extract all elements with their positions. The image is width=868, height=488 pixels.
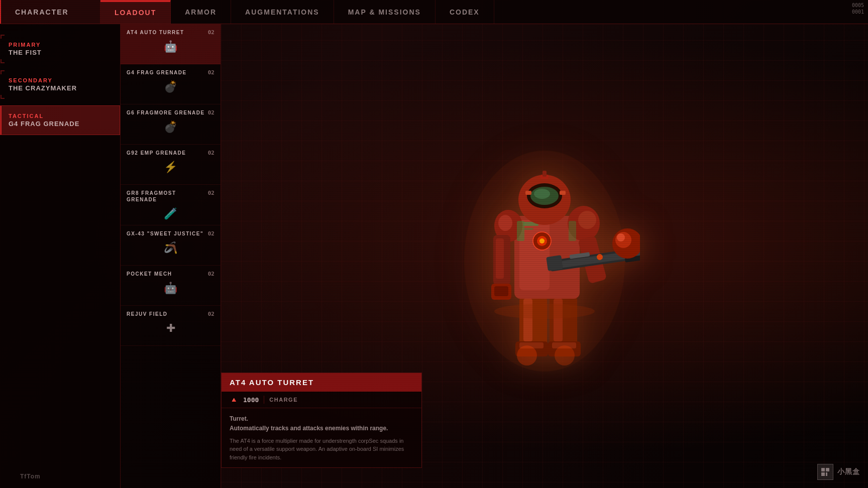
weapon-item-header-5: GX-43 "SWEET JUSTICE" 02	[121, 225, 221, 237]
secondary-label: SECONDARY	[9, 77, 112, 83]
weapon-icon-7: ✚	[121, 317, 221, 339]
svg-rect-23	[494, 286, 508, 296]
brand-icon	[817, 464, 833, 480]
svg-rect-42	[542, 171, 547, 177]
svg-point-13	[539, 238, 545, 243]
weapon-item-header-3: G92 EMP GRENADE 02	[121, 145, 221, 156]
top-navigation: CHARACTER LOADOUT ARMOR AUGMENTATIONS MA…	[0, 0, 868, 24]
weapon-count-1: 02	[208, 69, 214, 76]
weapon-count-0: 02	[208, 29, 214, 36]
tab-augmentations[interactable]: AUGMENTATIONS	[231, 0, 334, 24]
weapon-name-7: REJUV FIELD	[127, 311, 168, 317]
stat-charge-label: CHARGE	[269, 397, 298, 403]
weapon-item-6[interactable]: POCKET MECH 02 🤖	[121, 266, 221, 306]
weapon-item-header-6: POCKET MECH 02	[121, 266, 221, 277]
character-figure	[439, 100, 650, 382]
svg-point-47	[555, 345, 575, 365]
weapon-name-4: GR8 FRAGMOST GRENADE	[127, 190, 208, 203]
weapon-name-3: G92 EMP GRENADE	[127, 150, 186, 156]
weapon-icon-6: 🤖	[121, 277, 221, 299]
weapon-icon-1: 💣	[121, 76, 221, 98]
weapon-count-7: 02	[208, 311, 214, 317]
weapon-item-2[interactable]: G6 FRAGMORE GRENADE 02 💣	[121, 104, 221, 145]
brand-mark: 小黑盒	[817, 464, 860, 480]
svg-rect-28	[546, 255, 563, 271]
tab-codex[interactable]: CODEX	[436, 0, 494, 24]
info-desc-main: Turret.Automatically tracks and attacks …	[230, 414, 413, 433]
tab-armor[interactable]: ARMOR	[171, 0, 231, 24]
secondary-name: THE CRAZYMAKER	[9, 84, 112, 92]
weapon-item-3[interactable]: G92 EMP GRENADE 02 ⚡	[121, 145, 221, 185]
weapon-icon-2: 💣	[121, 116, 221, 138]
svg-rect-51	[826, 472, 827, 476]
svg-rect-15	[523, 228, 533, 230]
svg-rect-40	[560, 191, 566, 195]
tab-map-missions[interactable]: MAP & MISSIONS	[334, 0, 436, 24]
weapon-item-header-1: G4 FRAG GRENADE 02	[121, 64, 221, 76]
svg-point-17	[498, 215, 512, 231]
svg-point-38	[534, 189, 550, 199]
brand-text: 小黑盒	[837, 467, 860, 476]
info-line-1: 0005	[852, 2, 864, 9]
bracket-tl-2	[1, 70, 5, 74]
weapon-count-3: 02	[208, 150, 214, 156]
tactical-label: TACTICAL	[9, 113, 112, 119]
svg-rect-49	[826, 468, 829, 471]
weapon-item-header-4: GR8 FRAGMOST GRENADE 02	[121, 185, 221, 203]
tab-codex-label: CODEX	[450, 8, 480, 16]
stat-damage-value: 1000	[243, 396, 259, 404]
left-loadout-panel: PRIMARY THE FIST SECONDARY THE CRAZYMAKE…	[0, 24, 121, 488]
weapon-item-0[interactable]: AT4 AUTO TURRET 02 🤖	[121, 24, 221, 64]
top-right-info: 0005 0001	[852, 2, 864, 15]
weapon-name-0: AT4 AUTO TURRET	[127, 29, 184, 36]
stat-icon: 🔺	[230, 396, 238, 404]
tactical-name: G4 FRAG GRENADE	[9, 120, 112, 128]
tab-loadout[interactable]: LOADOUT	[100, 0, 171, 24]
primary-label: PRIMARY	[9, 42, 112, 48]
weapon-item-header-2: G6 FRAGMORE GRENADE 02	[121, 104, 221, 116]
info-desc-lore: The AT4 is a force multiplier made for u…	[230, 437, 413, 462]
svg-point-19	[578, 211, 596, 229]
weapon-icon-5: 🪃	[121, 237, 221, 259]
tab-character-label: CHARACTER	[15, 8, 69, 16]
svg-rect-39	[525, 191, 531, 195]
weapon-item-header-7: REJUV FIELD 02	[121, 306, 221, 317]
svg-point-46	[517, 345, 537, 365]
weapon-item-header-0: AT4 AUTO TURRET 02	[121, 24, 221, 36]
weapon-item-4[interactable]: GR8 FRAGMOST GRENADE 02 🧪	[121, 185, 221, 225]
info-panel-description: Turret.Automatically tracks and attacks …	[222, 408, 421, 467]
svg-rect-44	[569, 221, 576, 241]
tab-armor-label: ARMOR	[185, 8, 216, 16]
weapon-item-5[interactable]: GX-43 "SWEET JUSTICE" 02 🪃	[121, 225, 221, 266]
weapon-icon-0: 🤖	[121, 36, 221, 58]
tab-character[interactable]: CHARACTER	[0, 0, 100, 24]
weapon-item-1[interactable]: G4 FRAG GRENADE 02 💣	[121, 64, 221, 104]
weapon-name-6: POCKET MECH	[127, 271, 172, 277]
stat-divider	[264, 396, 264, 404]
character-mech-svg	[449, 110, 640, 372]
loadout-tactical[interactable]: TACTICAL G4 FRAG GRENADE	[0, 105, 120, 135]
svg-rect-21	[496, 238, 504, 279]
weapon-icon-3: ⚡	[121, 156, 221, 178]
info-panel-stats: 🔺 1000 CHARGE	[222, 392, 421, 408]
svg-rect-43	[517, 221, 524, 241]
loadout-secondary[interactable]: SECONDARY THE CRAZYMAKER	[0, 70, 120, 99]
bracket-bl-2	[1, 95, 5, 99]
weapon-name-1: G4 FRAG GRENADE	[127, 69, 187, 76]
info-panel-title: AT4 AUTO TURRET	[230, 378, 413, 387]
tab-loadout-label: LOADOUT	[115, 9, 156, 17]
loadout-primary[interactable]: PRIMARY THE FIST	[0, 34, 120, 64]
weapon-count-2: 02	[208, 109, 214, 116]
weapon-name-2: G6 FRAGMORE GRENADE	[127, 109, 205, 116]
svg-rect-48	[821, 468, 825, 471]
weapon-list-panel: AT4 AUTO TURRET 02 🤖 G4 FRAG GRENADE 02 …	[121, 24, 221, 488]
weapon-item-7[interactable]: REJUV FIELD 02 ✚	[121, 306, 221, 346]
svg-point-33	[617, 233, 625, 241]
tab-augmentations-label: AUGMENTATIONS	[245, 8, 319, 16]
svg-point-45	[494, 304, 595, 319]
info-line-2: 0001	[852, 9, 864, 15]
weapon-count-4: 02	[208, 190, 214, 196]
brand-logo-icon	[820, 467, 830, 477]
svg-rect-50	[821, 472, 825, 476]
tab-map-missions-label: MAP & MISSIONS	[348, 8, 421, 16]
